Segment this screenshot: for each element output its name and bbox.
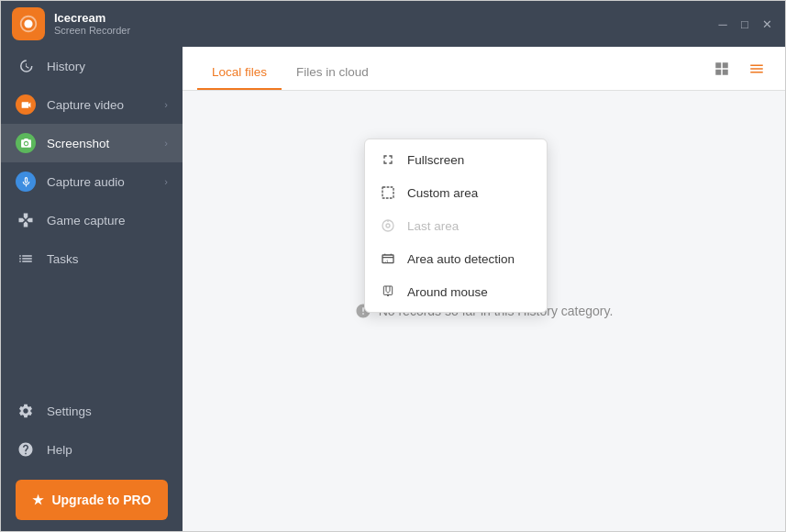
dropdown-label-custom-area: Custom area <box>407 186 478 200</box>
svg-rect-2 <box>382 187 393 198</box>
area-auto-detection-icon: A <box>380 250 396 267</box>
logo-icon <box>18 14 39 34</box>
sidebar-item-history[interactable]: History <box>1 47 183 85</box>
app-name: Icecream <box>54 11 715 26</box>
around-mouse-icon <box>380 283 396 300</box>
svg-point-0 <box>24 19 32 28</box>
minimize-button[interactable]: ─ <box>715 17 730 31</box>
sidebar: History Capture video › Screenshot › <box>1 47 183 531</box>
sidebar-item-game-capture[interactable]: Game capture <box>1 201 183 239</box>
tab-bar: Local files Files in cloud <box>183 47 785 91</box>
maximize-button[interactable]: □ <box>737 17 752 31</box>
sidebar-label-capture-video: Capture video <box>47 98 153 112</box>
chevron-right-icon-3: › <box>164 176 168 187</box>
title-bar: Icecream Screen Recorder ─ □ ✕ <box>1 1 785 47</box>
sidebar-item-settings[interactable]: Settings <box>1 392 183 430</box>
window-controls: ─ □ ✕ <box>715 17 774 31</box>
sidebar-label-history: History <box>47 60 168 73</box>
sidebar-label-screenshot: Screenshot <box>47 137 153 150</box>
fullscreen-icon <box>380 151 396 168</box>
dropdown-item-around-mouse[interactable]: Around mouse <box>365 275 547 308</box>
sidebar-bottom: ★ Upgrade to PRO <box>1 469 183 531</box>
sidebar-item-capture-video[interactable]: Capture video › <box>1 85 183 124</box>
dropdown-label-area-auto-detection: Area auto detection <box>407 252 515 266</box>
dropdown-label-fullscreen: Fullscreen <box>407 153 464 167</box>
star-icon: ★ <box>32 493 44 507</box>
svg-text:A: A <box>384 259 388 263</box>
tab-local-files[interactable]: Local files <box>197 65 282 90</box>
close-button[interactable]: ✕ <box>759 17 774 31</box>
sidebar-item-help[interactable]: Help <box>1 430 183 469</box>
screenshot-dropdown: Fullscreen Custom area Last area <box>364 139 548 313</box>
tasks-icon <box>16 249 36 269</box>
sidebar-label-tasks: Tasks <box>47 252 168 266</box>
chevron-right-icon-2: › <box>164 138 168 149</box>
dropdown-item-fullscreen[interactable]: Fullscreen <box>365 143 547 176</box>
upgrade-to-pro-button[interactable]: ★ Upgrade to PRO <box>16 480 168 520</box>
game-capture-icon <box>16 210 36 230</box>
svg-point-4 <box>386 224 390 227</box>
custom-area-icon <box>380 184 396 201</box>
tab-files-in-cloud[interactable]: Files in cloud <box>282 65 383 90</box>
chevron-right-icon: › <box>164 99 168 110</box>
grid-view-button[interactable] <box>708 55 736 83</box>
sidebar-label-game-capture: Game capture <box>47 214 168 227</box>
list-view-button[interactable] <box>743 55 770 83</box>
sidebar-label-settings: Settings <box>47 405 168 418</box>
capture-audio-icon <box>16 172 36 192</box>
dropdown-item-area-auto-detection[interactable]: A Area auto detection <box>365 242 547 275</box>
tab-actions <box>708 55 770 90</box>
main-layout: History Capture video › Screenshot › <box>1 47 785 531</box>
sidebar-label-help: Help <box>47 443 168 457</box>
settings-icon <box>16 401 36 421</box>
sidebar-label-capture-audio: Capture audio <box>47 175 153 189</box>
app-subtitle: Screen Recorder <box>54 25 715 37</box>
dropdown-label-around-mouse: Around mouse <box>407 285 488 299</box>
capture-video-icon <box>16 94 36 115</box>
app-title-group: Icecream Screen Recorder <box>54 11 715 38</box>
content-area: Local files Files in cloud <box>183 47 785 531</box>
sidebar-item-capture-audio[interactable]: Capture audio › <box>1 162 183 201</box>
screenshot-icon <box>16 133 36 153</box>
dropdown-item-custom-area[interactable]: Custom area <box>365 176 547 209</box>
help-icon <box>16 439 36 460</box>
tabs: Local files Files in cloud <box>197 65 383 90</box>
history-icon <box>16 56 36 76</box>
dropdown-item-last-area: Last area <box>365 209 547 242</box>
sidebar-item-tasks[interactable]: Tasks <box>1 239 183 278</box>
svg-point-8 <box>387 294 388 295</box>
app-logo <box>12 7 45 40</box>
app-window: Icecream Screen Recorder ─ □ ✕ History <box>0 0 786 532</box>
sidebar-item-screenshot[interactable]: Screenshot › <box>1 124 183 162</box>
last-area-icon <box>380 217 396 234</box>
dropdown-label-last-area: Last area <box>407 219 459 233</box>
svg-point-1 <box>24 141 27 144</box>
upgrade-label: Upgrade to PRO <box>51 493 150 507</box>
